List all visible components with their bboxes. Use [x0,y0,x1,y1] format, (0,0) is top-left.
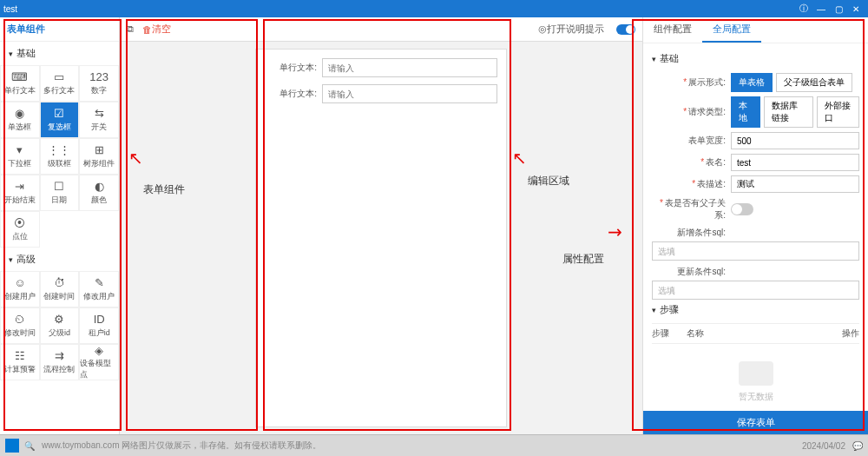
display-mode-parent-child[interactable]: 父子级组合表单 [776,73,852,92]
component-icon: ☐ [51,181,67,193]
window-maximize[interactable]: ▢ [830,4,847,14]
component-label: 单行文本 [4,85,36,96]
field-label: 单行文本: [265,62,317,74]
parent-rel-toggle[interactable] [731,203,753,215]
request-type-local[interactable]: 本地 [731,96,760,128]
component-label: 父级id [49,327,70,339]
section-basic[interactable]: 基础 [0,42,119,65]
component-label: 租户id [89,327,110,339]
component-点位[interactable]: ⦿点位 [0,211,40,248]
component-label: 开关 [91,122,107,133]
col-op: 操作 [825,327,859,340]
component-label: 数字 [91,85,107,96]
component-创建时间[interactable]: ⏱创建时间 [40,271,80,307]
watermark-text: www.toymoban.com 网络图片仅做展示，非存储。如有侵权请联系删除。 [42,439,321,452]
field-label: 单行文本: [265,88,317,100]
component-颜色[interactable]: ◐颜色 [79,175,119,211]
field-input[interactable] [322,58,497,77]
parent-rel-label: *表是否有父子关系: [652,197,726,221]
component-计算预警[interactable]: ☷计算预警 [0,344,40,380]
table-name-label: *表名: [652,156,726,169]
tip-toggle-label: ◎ 打开说明提示 [538,23,604,36]
window-close[interactable]: ✕ [847,4,865,14]
component-label: 级联框 [48,158,71,169]
display-mode-single[interactable]: 单表格 [731,73,773,92]
component-单行文本[interactable]: ⌨单行文本 [0,65,40,102]
start-button[interactable] [5,439,19,453]
section-basic-props[interactable]: 基础 [652,49,859,69]
component-icon: ☷ [12,350,28,362]
clock: 2024/04/02 [802,441,845,451]
component-日期[interactable]: ☐日期 [40,175,80,211]
component-下拉框[interactable]: ▾下拉框 [0,138,40,175]
component-icon: ⊞ [91,144,107,156]
component-流程控制[interactable]: ⇉流程控制 [40,344,80,380]
component-修改用户[interactable]: ✎修改用户 [79,271,119,307]
table-desc-input[interactable] [731,175,859,193]
col-step: 步骤 [652,327,687,340]
sql-upd-label: 更新条件sql: [652,266,726,278]
component-数字[interactable]: 123数字 [79,65,119,102]
request-type-label: *请求类型: [652,106,726,118]
anno-props: 属性配置 [562,252,604,267]
window-minimize[interactable]: — [812,4,830,14]
component-label: 树形组件 [83,158,115,169]
taskbar: 🔍 www.toymoban.com 网络图片仅做展示，非存储。如有侵权请联系删… [0,434,868,456]
component-icon: ⋮⋮ [51,144,67,156]
sql-upd-input[interactable]: 选填 [652,281,859,300]
component-多行文本[interactable]: ▭多行文本 [40,65,80,102]
component-label: 点位 [12,231,28,242]
tip-toggle[interactable] [616,24,635,35]
form-field-row[interactable]: 单行文本: [265,58,497,77]
component-单选框[interactable]: ◉单选框 [0,102,40,138]
field-input[interactable] [322,84,497,103]
arrow-left: ↖ [128,148,143,169]
tab-global-config[interactable]: 全局配置 [702,17,761,43]
component-开关[interactable]: ⇆开关 [79,102,119,138]
component-label: 修改时间 [4,327,36,339]
table-name-input[interactable] [731,154,859,171]
section-steps[interactable]: 步骤 [652,300,859,320]
component-开始结束[interactable]: ⇥开始结束 [0,175,40,211]
display-mode-label: *展示形式: [652,76,726,89]
component-icon: ▭ [51,71,67,83]
arrow-canvas: ↖ [512,148,527,169]
component-树形组件[interactable]: ⊞树形组件 [79,138,119,175]
window-hint-icon[interactable]: ⓘ [795,3,812,15]
component-icon: ☺ [12,277,28,289]
request-type-db[interactable]: 数据库链接 [764,96,813,128]
component-label: 设备模型点 [80,358,118,380]
component-icon: ⇆ [91,108,107,120]
section-advanced[interactable]: 高级 [0,248,119,271]
component-设备模型点[interactable]: ◈设备模型点 [79,344,119,380]
component-label: 多行文本 [43,85,75,96]
component-label: 颜色 [91,195,107,206]
copy-button[interactable]: ⧉ [127,23,134,35]
component-级联框[interactable]: ⋮⋮级联框 [40,138,80,175]
component-icon: ⇥ [12,181,28,193]
component-label: 复选框 [48,122,71,133]
component-修改时间[interactable]: ⏲修改时间 [0,307,40,344]
component-label: 日期 [51,195,67,206]
empty-icon [739,361,773,386]
clear-button[interactable]: 🗑 清空 [142,23,171,36]
component-icon: ◐ [91,181,107,193]
save-form-button[interactable]: 保存表单 [643,411,868,434]
request-type-api[interactable]: 外部接口 [817,96,859,128]
tab-component-config[interactable]: 组件配置 [643,17,702,43]
sql-add-input[interactable]: 选填 [652,241,859,261]
tray-notif-icon[interactable]: 💬 [852,441,863,451]
form-canvas[interactable]: 单行文本:单行文本: [255,49,507,427]
component-label: 单选框 [8,122,31,133]
component-租户id[interactable]: ID租户id [79,307,119,344]
component-创建用户[interactable]: ☺创建用户 [0,271,40,307]
component-复选框[interactable]: ☑复选框 [40,102,80,138]
search-icon[interactable]: 🔍 [24,441,35,451]
component-label: 计算预警 [4,364,36,375]
component-icon: ⇉ [51,350,67,362]
component-icon: ✎ [91,277,107,289]
form-width-input[interactable] [731,132,859,149]
component-icon: ⚙ [51,314,67,326]
component-父级id[interactable]: ⚙父级id [40,307,80,344]
form-field-row[interactable]: 单行文本: [265,84,497,103]
